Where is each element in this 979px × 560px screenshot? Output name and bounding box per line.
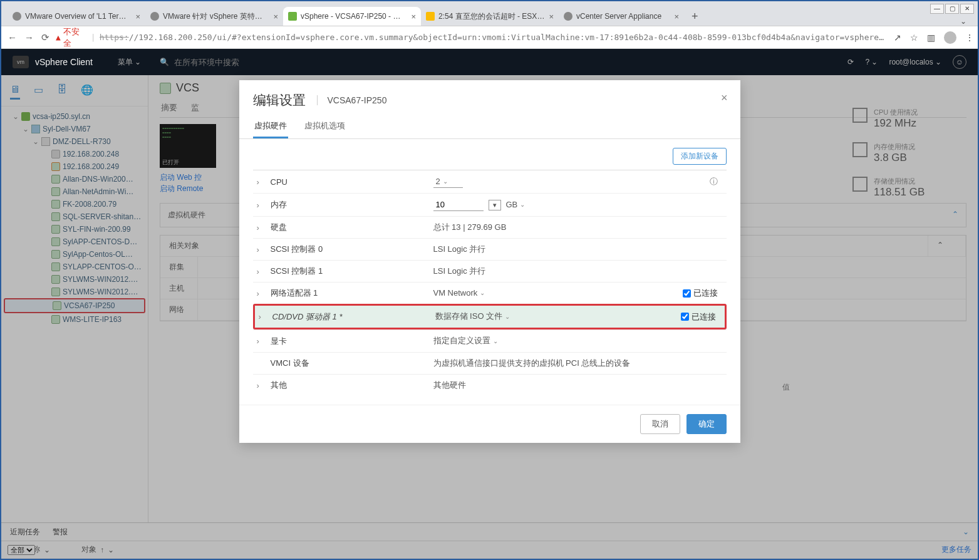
modal-body: 添加新设备 › CPU 2 ⓘ › 内存 ▾ GB › 硬盘	[239, 139, 740, 405]
help-icon[interactable]: ? ⌄	[865, 58, 878, 66]
insecure-label: 不安全	[63, 26, 87, 49]
share-icon[interactable]: ↗	[894, 33, 901, 43]
ok-button[interactable]: 确定	[686, 414, 727, 434]
cancel-button[interactable]: 取消	[640, 414, 680, 434]
row-label: 其他	[271, 380, 427, 391]
row-label: CD/DVD 驱动器 1 *	[272, 311, 429, 323]
browser-tab[interactable]: vCenter Server Appliance×	[559, 7, 684, 26]
forward-icon[interactable]: →	[24, 32, 34, 43]
globe-icon	[13, 12, 21, 21]
edit-settings-modal: 编辑设置 VCSA67-IP250 × 虚拟硬件 虚拟机选项 添加新设备 › C…	[239, 80, 740, 443]
row-value: 为虚拟机通信接口提供支持的虚拟机 PCI 总线上的设备	[433, 358, 723, 369]
reload-icon[interactable]: ⟳	[41, 32, 49, 43]
close-icon[interactable]: ×	[273, 12, 278, 21]
profile-avatar[interactable]	[944, 31, 956, 44]
tab-label: vCenter Server Appliance	[576, 12, 670, 21]
tab-label: VMware Overview of 'L1 Term…	[25, 12, 132, 21]
window-close[interactable]: ✕	[960, 4, 974, 14]
browser-tabs: VMware Overview of 'L1 Term…× VMware 针对 …	[1, 1, 978, 26]
tab-label: VMware 针对 vSphere 英特尔处…	[163, 11, 269, 22]
product-name: vSphere Client	[35, 57, 93, 67]
header-right: ⟳ ? ⌄ root@localos ⌄ ☺	[847, 55, 966, 69]
search-input[interactable]	[174, 58, 362, 67]
new-tab-button[interactable]: +	[689, 8, 701, 26]
panel-icon[interactable]: ▥	[927, 33, 935, 43]
globe-icon	[564, 12, 572, 21]
vm-options-tab[interactable]: 虚拟机选项	[303, 115, 346, 138]
user-menu[interactable]: root@localos ⌄	[889, 58, 941, 66]
tabs-dropdown-icon[interactable]: ⌄	[960, 17, 966, 26]
row-label: CPU	[271, 177, 427, 187]
cdrom-source-dropdown[interactable]: 数据存储 ISO 文件	[435, 311, 510, 323]
expand-icon[interactable]: ›	[257, 245, 264, 254]
globe-icon	[150, 12, 159, 21]
refresh-icon[interactable]: ⟳	[847, 58, 854, 66]
row-label: SCSI 控制器 0	[271, 244, 427, 255]
modal-footer: 取消 确定	[239, 405, 740, 443]
cpu-count-dropdown[interactable]: 2	[433, 175, 463, 188]
virtual-hardware-tab[interactable]: 虚拟硬件	[253, 115, 288, 138]
browser-tab[interactable]: VMware 针对 vSphere 英特尔处…×	[145, 7, 283, 26]
menu-dropdown[interactable]: 菜单 ⌄	[118, 57, 141, 68]
expand-icon[interactable]: ›	[259, 312, 266, 321]
close-icon[interactable]: ×	[674, 12, 679, 21]
window-minimize[interactable]: —	[930, 4, 944, 14]
insecure-badge[interactable]: ▲ 不安全	[56, 26, 87, 49]
cdrom-connected-checkbox[interactable]	[681, 313, 689, 321]
tab-label: vSphere - VCSA67-IP250 - 摘要	[301, 11, 407, 22]
menu-icon[interactable]: ⋮	[965, 33, 974, 43]
scsi1-row: › SCSI 控制器 1 LSI Logic 并行	[253, 260, 727, 282]
row-value: 其他硬件	[433, 380, 723, 391]
memory-input[interactable]	[433, 199, 484, 211]
url-text: https://192.168.200.250/ui/#?extensionId…	[100, 33, 888, 42]
browser-tab[interactable]: VMware Overview of 'L1 Term…×	[8, 7, 145, 26]
info-icon[interactable]: ⓘ	[710, 176, 718, 187]
connected-label: 已连接	[692, 311, 716, 323]
row-value: LSI Logic 并行	[433, 244, 723, 255]
row-label: VMCI 设备	[271, 358, 427, 369]
expand-icon[interactable]: ›	[257, 200, 264, 210]
back-icon[interactable]: ←	[8, 32, 17, 43]
nav-icons: ← → ⟳	[8, 32, 49, 43]
video-dropdown[interactable]: 指定自定义设置	[433, 335, 498, 347]
vsphere-icon	[288, 12, 297, 21]
url-area[interactable]: ▲ 不安全 | https://192.168.200.250/ui/#?ext…	[56, 26, 888, 49]
modal-overlay: 编辑设置 VCSA67-IP250 × 虚拟硬件 虚拟机选项 添加新设备 › C…	[1, 75, 978, 559]
row-label: 网络适配器 1	[271, 288, 427, 299]
browser-tab[interactable]: 2:54 直至您的会话超时 - ESXi…×	[421, 7, 559, 26]
close-icon[interactable]: ×	[721, 91, 728, 105]
close-icon[interactable]: ×	[549, 12, 554, 21]
browser-tab[interactable]: vSphere - VCSA67-IP250 - 摘要×	[283, 7, 421, 26]
scsi0-row: › SCSI 控制器 0 LSI Logic 并行	[253, 238, 727, 260]
vmware-logo: vm	[13, 56, 29, 68]
toolbar-right: ↗ ☆ ▥ ⋮	[894, 31, 974, 44]
expand-icon[interactable]: ›	[257, 336, 264, 346]
address-bar: ← → ⟳ ▲ 不安全 | https://192.168.200.250/ui…	[1, 26, 978, 49]
disk-row: › 硬盘 总计 13 | 279.69 GB	[253, 216, 727, 238]
global-search: 🔍	[160, 58, 847, 67]
feedback-icon[interactable]: ☺	[953, 55, 966, 69]
close-icon[interactable]: ×	[135, 12, 140, 21]
add-device-button[interactable]: 添加新设备	[673, 148, 727, 165]
cdrom-row: › CD/DVD 驱动器 1 * 数据存储 ISO 文件 已连接	[253, 304, 727, 329]
window-maximize[interactable]: ▢	[945, 4, 959, 14]
connected-label: 已连接	[693, 288, 718, 299]
key-icon	[426, 12, 435, 21]
bookmark-icon[interactable]: ☆	[910, 33, 918, 43]
expand-icon[interactable]: ›	[257, 289, 264, 298]
video-row: › 显卡 指定自定义设置	[253, 329, 727, 352]
network-row: › 网络适配器 1 VM Network 已连接	[253, 282, 727, 304]
expand-icon[interactable]: ›	[257, 267, 264, 276]
tab-label: 2:54 直至您的会话超时 - ESXi…	[438, 11, 545, 22]
memory-unit-dropdown[interactable]: GB	[506, 200, 526, 210]
modal-tabs: 虚拟硬件 虚拟机选项	[239, 115, 740, 139]
expand-icon[interactable]: ›	[257, 223, 264, 232]
close-icon[interactable]: ×	[411, 12, 416, 21]
row-label: 内存	[271, 199, 427, 210]
network-dropdown[interactable]: VM Network	[433, 288, 485, 298]
expand-icon[interactable]: ›	[257, 381, 264, 390]
network-connected-checkbox[interactable]	[683, 289, 691, 298]
vmci-row: › VMCI 设备 为虚拟机通信接口提供支持的虚拟机 PCI 总线上的设备	[253, 352, 727, 374]
unit-stepper[interactable]: ▾	[489, 200, 501, 210]
expand-icon[interactable]: ›	[257, 177, 264, 187]
